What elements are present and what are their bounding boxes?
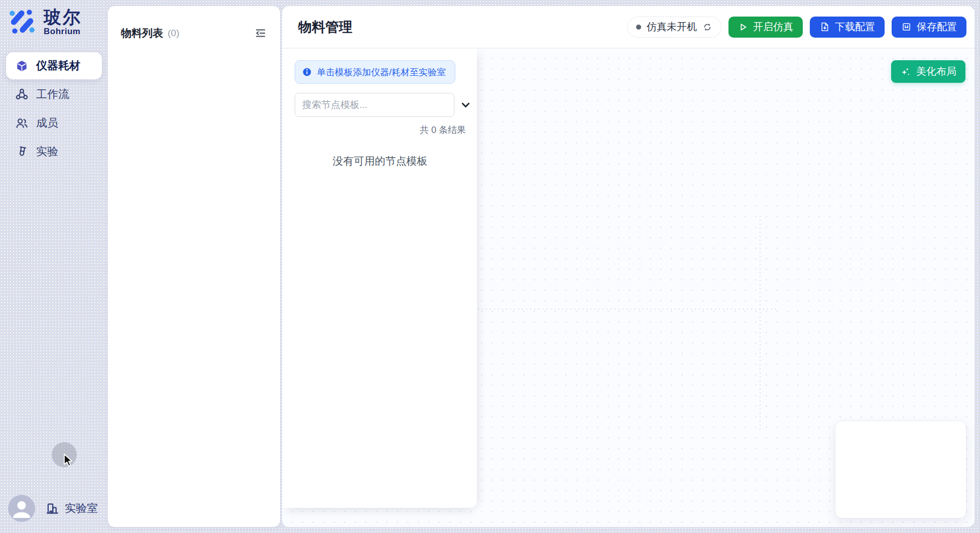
play-icon — [738, 22, 748, 32]
sidebar-item-label: 工作流 — [36, 87, 69, 102]
sidebar-nav: 仪器耗材 工作流 成员 — [0, 52, 108, 167]
experiment-icon — [15, 145, 29, 159]
beautify-layout-button[interactable]: 美化布局 — [891, 60, 965, 83]
sidebar-item-label: 实验 — [36, 144, 58, 159]
material-list-panel: 物料列表 (0) — [108, 6, 280, 527]
collapse-panel-icon[interactable] — [254, 27, 267, 40]
sidebar: 玻尔 Bohrium 仪器耗材 工作流 — [0, 0, 108, 533]
sidebar-item-workflow[interactable]: 工作流 — [6, 81, 102, 108]
page-title: 物料管理 — [298, 18, 352, 36]
sidebar-item-label: 成员 — [36, 115, 58, 130]
simulation-status-pill[interactable]: 仿真未开机 — [627, 17, 721, 38]
save-icon — [901, 22, 912, 32]
cube-icon — [15, 59, 29, 73]
brand-logo-icon — [8, 7, 37, 36]
template-search-input[interactable] — [295, 93, 454, 117]
search-results-count: 共 0 条结果 — [295, 124, 477, 136]
lab-label: 实验室 — [65, 501, 98, 516]
brand-name-zh: 玻尔 — [44, 8, 82, 27]
material-list-title: 物料列表 — [121, 26, 163, 40]
beautify-layout-label: 美化布局 — [916, 65, 956, 78]
material-list-header: 物料列表 (0) — [108, 6, 280, 40]
lab-switcher[interactable]: 实验室 — [45, 495, 98, 522]
simulation-status-label: 仿真未开机 — [647, 20, 697, 34]
template-hint-banner: 单击模板添加仪器/耗材至实验室 — [295, 60, 455, 84]
app-root: 玻尔 Bohrium 仪器耗材 工作流 — [0, 0, 980, 533]
header-actions: 仿真未开机 开启仿真 — [627, 17, 966, 38]
sidebar-item-experiments[interactable]: 实验 — [6, 138, 102, 165]
members-icon — [15, 116, 29, 130]
start-simulation-button[interactable]: 开启仿真 — [728, 17, 803, 38]
sidebar-item-label: 仪器耗材 — [36, 58, 80, 73]
save-config-button[interactable]: 保存配置 — [892, 17, 966, 38]
status-dot-icon — [636, 25, 641, 30]
sidebar-item-instruments[interactable]: 仪器耗材 — [6, 52, 102, 79]
sidebar-item-members[interactable]: 成员 — [6, 109, 102, 137]
flow-canvas[interactable]: 单击模板添加仪器/耗材至实验室 共 0 条结果 没有可用的节点模板 — [282, 49, 974, 527]
download-config-button[interactable]: 下载配置 — [810, 17, 885, 38]
download-file-icon — [819, 22, 830, 32]
canvas-guide-line-horizontal — [478, 309, 779, 310]
start-simulation-label: 开启仿真 — [753, 20, 793, 34]
empty-templates-message: 没有可用的节点模板 — [295, 154, 465, 168]
sparkles-icon — [900, 66, 911, 77]
avatar[interactable] — [8, 495, 35, 522]
material-list-count: (0) — [168, 28, 179, 39]
template-panel: 单击模板添加仪器/耗材至实验室 共 0 条结果 没有可用的节点模板 — [282, 49, 477, 508]
info-icon — [302, 67, 312, 77]
refresh-icon[interactable] — [702, 22, 712, 32]
canvas-guide-line-vertical — [760, 216, 761, 432]
workflow-icon — [15, 88, 29, 101]
download-config-label: 下载配置 — [835, 20, 875, 34]
template-hint-text: 单击模板添加仪器/耗材至实验室 — [317, 66, 446, 78]
main-panel: 物料管理 仿真未开机 开启仿真 — [282, 6, 974, 527]
template-search-row — [295, 93, 477, 117]
person-icon — [8, 495, 35, 522]
template-filter-toggle[interactable] — [454, 93, 477, 117]
minimap-panel[interactable] — [835, 421, 966, 518]
building-icon — [45, 501, 59, 515]
main-header: 物料管理 仿真未开机 开启仿真 — [282, 6, 974, 49]
brand-name-en: Bohrium — [44, 27, 82, 36]
save-config-label: 保存配置 — [917, 20, 957, 34]
sidebar-footer: 实验室 — [0, 495, 108, 522]
brand-logo: 玻尔 Bohrium — [8, 7, 82, 36]
chevron-down-icon — [460, 99, 471, 111]
